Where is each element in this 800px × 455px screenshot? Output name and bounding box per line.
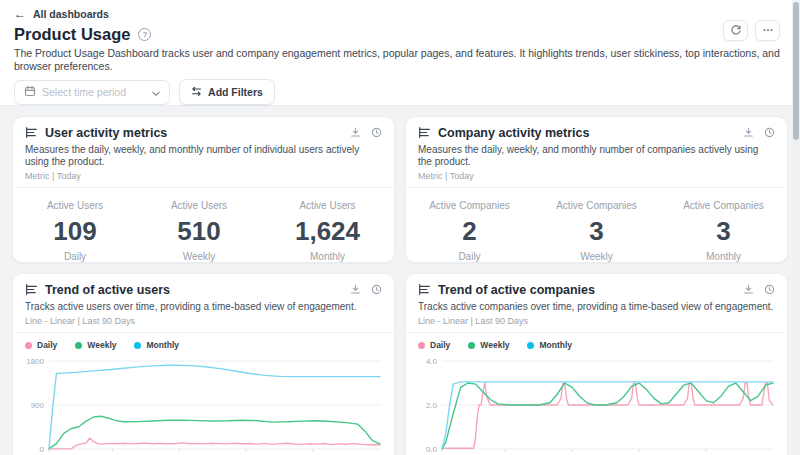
chart-widget-icon	[25, 283, 38, 296]
legend-label: Monthly	[539, 340, 572, 350]
metric-value: 3	[556, 216, 637, 247]
svg-text:4.0: 4.0	[426, 357, 438, 366]
legend-label: Weekly	[87, 340, 116, 350]
legend-item-weekly[interactable]: Weekly	[75, 340, 116, 350]
card-meta: Line - Linear | Last 90 Days	[418, 316, 775, 326]
help-icon[interactable]: ?	[138, 28, 151, 41]
svg-text:2.0: 2.0	[426, 401, 438, 410]
metric-weekly-active-users: Active Users 510 Weekly	[171, 200, 227, 262]
time-period-placeholder: Select time period	[42, 86, 126, 98]
metric-period: Daily	[47, 251, 103, 262]
metric-value: 510	[171, 216, 227, 247]
download-icon[interactable]	[350, 284, 361, 295]
card-meta: Line - Linear | Last 90 Days	[25, 316, 382, 326]
card-header: Trend of active users Tracks active user…	[13, 274, 394, 333]
clock-icon[interactable]	[764, 127, 775, 138]
metric-period: Monthly	[295, 251, 360, 262]
legend-item-weekly[interactable]: Weekly	[468, 340, 509, 350]
metric-widget-icon	[418, 126, 431, 139]
scrollbar-track[interactable]	[792, 0, 800, 455]
card-description: Measures the daily, weekly, and monthly …	[418, 144, 775, 168]
page-title: Product Usage	[14, 25, 130, 44]
add-filters-button[interactable]: Add Filters	[179, 79, 275, 105]
download-icon[interactable]	[743, 127, 754, 138]
metric-widget-icon	[25, 126, 38, 139]
legend-item-daily[interactable]: Daily	[25, 340, 57, 350]
card-title: User activity metrics	[45, 126, 343, 140]
card-header: Company activity metrics Measures the da…	[406, 117, 787, 188]
card-trend-active-users: Trend of active users Tracks active user…	[12, 273, 395, 455]
metric-label: Active Users	[295, 200, 360, 211]
card-header: Trend of active companies Tracks active …	[406, 274, 787, 333]
clock-icon[interactable]	[764, 284, 775, 295]
title-row: Product Usage ?	[14, 25, 786, 44]
svg-text:0.0: 0.0	[426, 445, 438, 454]
more-options-button[interactable]	[755, 20, 780, 41]
back-label: All dashboards	[33, 8, 109, 20]
metric-daily-active-users: Active Users 109 Daily	[47, 200, 103, 262]
card-meta: Metric | Today	[418, 171, 775, 181]
page-actions	[723, 20, 780, 41]
metric-monthly-active-companies: Active Companies 3 Monthly	[683, 200, 764, 262]
legend-item-daily[interactable]: Daily	[418, 340, 450, 350]
calendar-icon	[24, 83, 36, 101]
chart-widget-icon	[418, 283, 431, 296]
legend-item-monthly[interactable]: Monthly	[527, 340, 572, 350]
card-user-activity-metrics: User activity metrics Measures the daily…	[12, 116, 395, 263]
legend-label: Daily	[37, 340, 57, 350]
card-description: Measures the daily, weekly, and monthly …	[25, 144, 382, 168]
add-filters-label: Add Filters	[208, 86, 263, 98]
svg-text:1800: 1800	[26, 357, 44, 366]
card-company-activity-metrics: Company activity metrics Measures the da…	[405, 116, 788, 263]
metrics-row: Active Users 109 Daily Active Users 510 …	[13, 188, 394, 262]
card-title: Company activity metrics	[438, 126, 736, 140]
legend-dot-daily	[25, 342, 32, 349]
legend-item-monthly[interactable]: Monthly	[134, 340, 179, 350]
clock-icon[interactable]	[371, 127, 382, 138]
topbar: ← All dashboards Product Usage ? The Pro…	[0, 0, 800, 105]
trend-of-active-users-chart: 09001800May 29, 2024Jun 15, 2024Jul 03, …	[19, 353, 388, 455]
legend-dot-daily	[418, 342, 425, 349]
metric-value: 1,624	[295, 216, 360, 247]
legend-dot-weekly	[75, 342, 82, 349]
legend-dot-monthly	[134, 342, 141, 349]
metric-label: Active Users	[171, 200, 227, 211]
scrollbar-thumb[interactable]	[793, 2, 799, 140]
download-icon[interactable]	[743, 284, 754, 295]
svg-text:900: 900	[31, 401, 45, 410]
refresh-button[interactable]	[723, 20, 748, 41]
legend-label: Monthly	[146, 340, 179, 350]
metric-period: Weekly	[171, 251, 227, 262]
back-arrow-icon: ←	[14, 9, 26, 19]
dashboard-grid: User activity metrics Measures the daily…	[0, 105, 800, 455]
chart-legend: Daily Weekly Monthly	[13, 333, 394, 353]
legend-dot-weekly	[468, 342, 475, 349]
metric-value: 109	[47, 216, 103, 247]
filter-row: Select time period Add Filters	[14, 79, 786, 105]
metric-period: Monthly	[683, 251, 764, 262]
card-header: User activity metrics Measures the daily…	[13, 117, 394, 188]
time-period-select[interactable]: Select time period	[14, 80, 170, 105]
card-meta: Metric | Today	[25, 171, 382, 181]
page-description: The Product Usage Dashboard tracks user …	[14, 47, 786, 73]
metric-weekly-active-companies: Active Companies 3 Weekly	[556, 200, 637, 262]
refresh-icon	[730, 22, 742, 40]
chart-legend: Daily Weekly Monthly	[406, 333, 787, 353]
metric-monthly-active-users: Active Users 1,624 Monthly	[295, 200, 360, 262]
card-trend-active-companies: Trend of active companies Tracks active …	[405, 273, 788, 455]
clock-icon[interactable]	[371, 284, 382, 295]
filters-swap-icon	[191, 86, 202, 99]
trend-of-active-companies-chart: 0.02.04.0May 29, 2024Jun 15, 2024Jul 03,…	[412, 353, 781, 455]
metric-daily-active-companies: Active Companies 2 Daily	[429, 200, 510, 262]
card-title: Trend of active users	[45, 283, 343, 297]
chevron-down-icon	[152, 83, 160, 101]
metric-label: Active Companies	[683, 200, 764, 211]
svg-text:0: 0	[40, 445, 45, 454]
back-to-dashboards-link[interactable]: ← All dashboards	[14, 8, 109, 20]
metric-value: 2	[429, 216, 510, 247]
ellipsis-icon	[762, 22, 774, 40]
metrics-row: Active Companies 2 Daily Active Companie…	[406, 188, 787, 262]
card-title: Trend of active companies	[438, 283, 736, 297]
download-icon[interactable]	[350, 127, 361, 138]
metric-label: Active Users	[47, 200, 103, 211]
